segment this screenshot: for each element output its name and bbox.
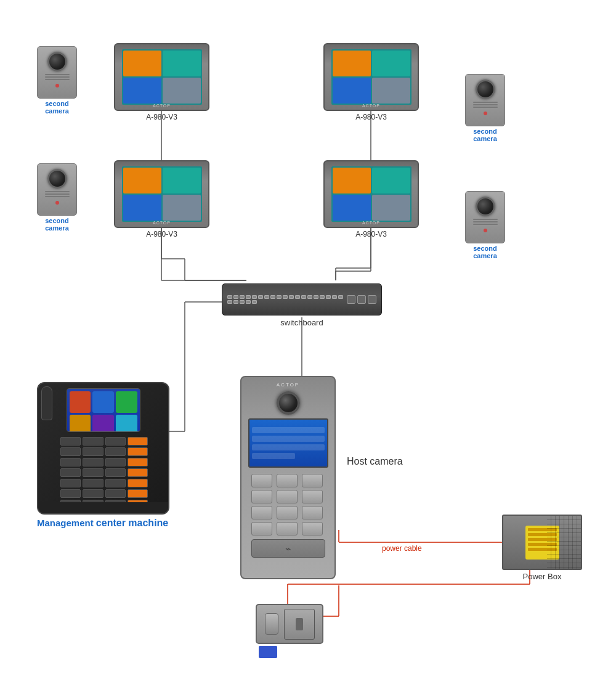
- monitor-brand: ACTOP: [153, 104, 171, 108]
- cam-br: second camera: [465, 191, 505, 246]
- host-camera: ACTOP ⌁: [240, 376, 345, 579]
- cam-bl-label: second camera: [37, 217, 77, 232]
- host-cam-brand: ACTOP: [277, 382, 299, 388]
- cam-grille: [473, 102, 498, 108]
- management-label-bold: center machine: [96, 518, 168, 528]
- power-box: Power Box: [502, 515, 582, 576]
- cam-br-label: second camera: [465, 245, 505, 259]
- host-card-reader: ⌁: [251, 539, 325, 558]
- cam-dot: [484, 112, 487, 115]
- host-cam-screen: [248, 418, 328, 468]
- cam-tr-label: second camera: [465, 128, 505, 142]
- rfid-icon: ⌁: [285, 543, 291, 555]
- cam-grille: [473, 219, 498, 225]
- power-cable-label: power cable: [382, 544, 422, 553]
- lock-box: [284, 609, 315, 640]
- connection-lines: [0, 0, 616, 684]
- cam-dot: [484, 229, 487, 232]
- phone-screen: [67, 388, 140, 432]
- cam-dot: [55, 84, 59, 88]
- monitor-brand: ACTOP: [362, 104, 380, 108]
- cam-tr: second camera: [465, 74, 505, 129]
- lock-cylinder: [265, 613, 278, 635]
- cam-lens: [47, 52, 67, 71]
- switchboard: switchboard: [222, 283, 382, 320]
- monitor-brand: ACTOP: [153, 221, 171, 225]
- host-camera-label: Host camera: [347, 456, 403, 467]
- monitor-tl-label: A-980-V3: [114, 113, 209, 121]
- diagram-container: ACTOP A-980-V3 ACTOP A-980-V3: [0, 0, 616, 684]
- monitor-bl-label: A-980-V3: [114, 230, 209, 238]
- monitor-br: ACTOP A-980-V3: [323, 160, 419, 234]
- management-center-machine: [37, 382, 172, 518]
- cam-lens: [476, 79, 495, 99]
- cam-tl: second camera: [37, 46, 77, 102]
- management-label: Management center machine: [37, 518, 168, 529]
- cam-tl-label: second camera: [37, 100, 77, 115]
- monitor-tl: ACTOP A-980-V3: [114, 43, 209, 117]
- management-label-prefix: Management: [37, 518, 96, 528]
- cam-lens: [47, 169, 67, 189]
- host-cam-lens: [277, 391, 300, 415]
- switch-ports: [227, 295, 344, 304]
- host-keypad: [251, 474, 325, 535]
- lock-blue-element: [259, 646, 277, 658]
- monitor-bl: ACTOP A-980-V3: [114, 160, 209, 234]
- cam-bl: second camera: [37, 163, 77, 219]
- cam-dot: [55, 201, 59, 205]
- cam-lens: [476, 197, 495, 216]
- cam-grille: [45, 74, 70, 80]
- monitor-tr-label: A-980-V3: [323, 113, 419, 121]
- switchboard-label: switchboard: [222, 318, 382, 327]
- electric-lock: [256, 604, 330, 653]
- monitor-tr: ACTOP A-980-V3: [323, 43, 419, 117]
- monitor-br-label: A-980-V3: [323, 230, 419, 238]
- cam-grille: [45, 191, 70, 197]
- monitor-brand: ACTOP: [362, 221, 380, 225]
- lock-bolt: [296, 618, 303, 630]
- power-box-label: Power Box: [502, 572, 582, 581]
